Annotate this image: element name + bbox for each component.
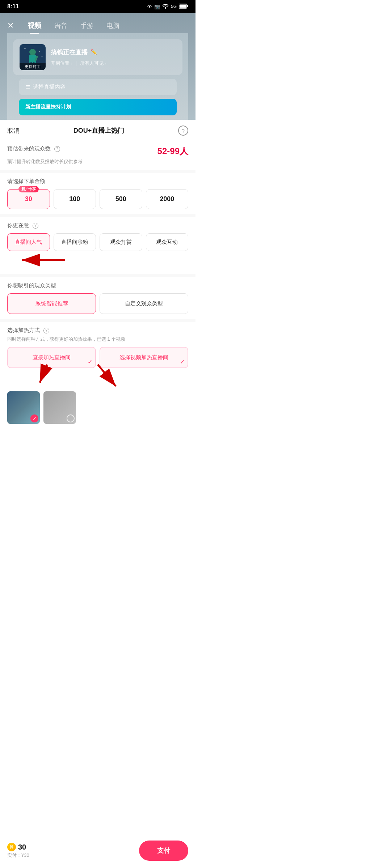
audience-label: 预估带来的观众数 ? xyxy=(7,145,60,152)
tab-audio[interactable]: 语音 xyxy=(48,18,74,33)
audience-smart-btn[interactable]: 系统智能推荐 xyxy=(7,293,96,314)
change-cover-label[interactable]: 更换封面 xyxy=(20,63,46,70)
svg-rect-10 xyxy=(29,55,36,63)
audience-type-grid: 系统智能推荐 自定义观众类型 xyxy=(7,293,188,314)
heat-method-section: 选择加热方式 ? 同时选择两种方式，获得更好的加热效果，已选 1 个视频 直接加… xyxy=(0,322,196,388)
help-icon[interactable]: ? xyxy=(178,125,188,136)
eye-icon: 👁 xyxy=(147,4,152,9)
profile-card: 更换封面 搞钱正在直播 ✏️ 开启位置 › 所有人可见 › xyxy=(13,39,182,75)
question-mark: ? xyxy=(182,128,185,134)
heat-info-icon[interactable]: ? xyxy=(43,328,49,333)
amount-section: 请选择下单金额 新户专享 30 100 500 2000 xyxy=(0,173,196,214)
focus-btn-interaction[interactable]: 观众互动 xyxy=(146,233,189,251)
audience-custom-btn[interactable]: 自定义观众类型 xyxy=(100,293,188,314)
svg-point-6 xyxy=(39,51,40,52)
audience-type-section: 你想吸引的观众类型 系统智能推荐 自定义观众类型 xyxy=(0,277,196,319)
arrow-annotation-2 xyxy=(7,368,188,383)
focus-label: 你更在意 ? xyxy=(7,222,188,229)
amount-grid: 新户专享 30 100 500 2000 xyxy=(7,189,188,209)
top-nav-area: ✕ 视频 语音 手游 电脑 xyxy=(0,13,196,120)
main-content: 取消 DOU+直播上热门 ? 预估带来的观众数 ? 52-99人 预计提升转化数… xyxy=(0,120,196,464)
scroll-content: 预估带来的观众数 ? 52-99人 预计提升转化数及投放时长仅供参考 请选择下单… xyxy=(0,140,196,464)
tab-video[interactable]: 视频 xyxy=(21,18,48,33)
video-row: ✓ xyxy=(0,388,196,427)
focus-btn-followers[interactable]: 直播间涨粉 xyxy=(54,233,96,251)
svg-rect-3 xyxy=(180,4,186,8)
amount-btn-500[interactable]: 500 xyxy=(100,189,142,209)
close-button[interactable]: ✕ xyxy=(7,21,14,30)
list-icon: ☰ xyxy=(25,84,30,90)
svg-point-7 xyxy=(34,47,34,47)
profile-name: 搞钱正在直播 xyxy=(51,48,88,56)
audience-count: 52-99人 xyxy=(157,145,188,157)
amount-label: 请选择下单金额 xyxy=(7,178,188,185)
video-check-icon: ✓ xyxy=(180,358,185,365)
svg-point-5 xyxy=(25,48,26,49)
profile-meta: 开启位置 › 所有人可见 › xyxy=(51,60,176,67)
svg-point-8 xyxy=(42,56,43,58)
battery-icon xyxy=(179,4,188,10)
page-title: DOU+直播上热门 xyxy=(73,126,125,135)
focus-info-icon[interactable]: ? xyxy=(33,223,38,229)
heat-method-label: 选择加热方式 ? xyxy=(7,327,188,334)
section-divider-4 xyxy=(0,319,196,322)
svg-point-0 xyxy=(165,7,166,9)
avatar-wrap[interactable]: 更换封面 xyxy=(20,44,46,70)
audience-section: 预估带来的观众数 ? 52-99人 预计提升转化数及投放时长仅供参考 xyxy=(0,140,196,170)
amount-btn-100[interactable]: 100 xyxy=(54,189,96,209)
svg-point-9 xyxy=(29,49,36,55)
nav-tabs: ✕ 视频 语音 手游 电脑 xyxy=(7,13,188,33)
signal-icon: 5G xyxy=(171,4,177,9)
profile-card-area: 更换封面 搞钱正在直播 ✏️ 开启位置 › 所有人可见 › xyxy=(7,33,188,120)
amount-btn-2000[interactable]: 2000 xyxy=(146,189,189,209)
thumb-check-1: ✓ xyxy=(30,414,38,422)
heat-sub-label: 同时选择两种方式，获得更好的加热效果，已选 1 个视频 xyxy=(7,336,188,342)
audience-type-label: 你想吸引的观众类型 xyxy=(7,282,188,289)
svg-rect-2 xyxy=(187,5,188,7)
focus-options: 直播间人气 直播间涨粉 观众打赏 观众互动 xyxy=(7,233,188,251)
camera-icon: 📷 xyxy=(154,4,160,9)
focus-section: 你更在意 ? 直播间人气 直播间涨粉 观众打赏 观众互动 xyxy=(0,217,196,274)
status-time: 8:11 xyxy=(7,3,19,10)
video-thumb-1[interactable]: ✓ xyxy=(7,391,40,424)
video-thumb-2[interactable] xyxy=(43,391,76,424)
new-badge: 新户专享 xyxy=(18,186,39,192)
meta-divider xyxy=(76,61,76,66)
tab-pc[interactable]: 电脑 xyxy=(100,18,126,33)
audience-info-icon[interactable]: ? xyxy=(54,146,60,152)
edit-icon[interactable]: ✏️ xyxy=(91,49,97,55)
focus-btn-popularity[interactable]: 直播间人气 xyxy=(7,233,50,251)
content-select-button[interactable]: ☰ 选择直播内容 xyxy=(19,79,177,95)
profile-info: 搞钱正在直播 ✏️ 开启位置 › 所有人可见 › xyxy=(51,48,176,67)
status-bar: 8:11 👁 📷 5G xyxy=(0,0,196,13)
profile-name-row: 搞钱正在直播 ✏️ xyxy=(51,48,176,56)
title-bar: 取消 DOU+直播上热门 ? xyxy=(0,120,196,140)
location-tag[interactable]: 开启位置 › xyxy=(51,60,72,67)
visibility-tag[interactable]: 所有人可见 › xyxy=(80,60,106,67)
cancel-button[interactable]: 取消 xyxy=(7,127,20,135)
section-divider-1 xyxy=(0,170,196,173)
audience-sub-label: 预计提升转化数及投放时长仅供参考 xyxy=(7,158,188,165)
arrow-annotation-1 xyxy=(7,251,188,269)
focus-btn-tips[interactable]: 观众打赏 xyxy=(100,233,142,251)
status-icons: 👁 📷 5G xyxy=(147,4,188,10)
wifi-icon xyxy=(162,4,169,10)
new-banner: 新主播流量扶持计划 xyxy=(19,99,177,115)
thumb-circle-2 xyxy=(67,414,75,422)
amount-btn-30[interactable]: 新户专享 30 xyxy=(7,189,50,209)
tab-game[interactable]: 手游 xyxy=(74,18,100,33)
section-divider-3 xyxy=(0,274,196,277)
section-divider-2 xyxy=(0,214,196,217)
